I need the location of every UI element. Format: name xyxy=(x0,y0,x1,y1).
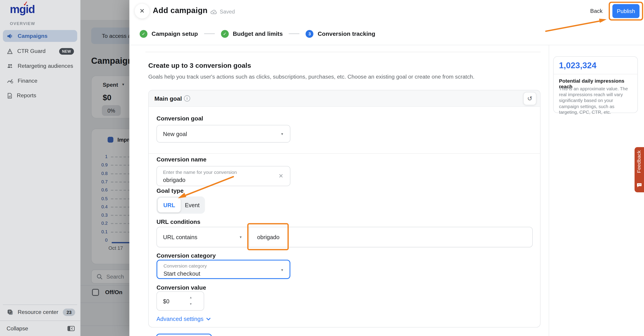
url-value-annotation-box xyxy=(247,223,288,250)
y-tick: 0.3 xyxy=(93,212,108,217)
spent-metric-selector[interactable]: Spent xyxy=(103,82,118,88)
collapse-icon xyxy=(67,326,75,331)
collapse-button[interactable]: Collapse xyxy=(0,320,80,336)
advanced-settings-label: Advanced settings xyxy=(156,315,204,322)
y-tick: 0.9 xyxy=(93,162,108,167)
conversion-goal-value: New goal xyxy=(163,131,187,137)
reset-icon: ↺ xyxy=(527,95,532,102)
sidebar-item-retargeting-audiences[interactable]: Retargeting audiences xyxy=(3,60,77,72)
sidebar-item-ctr-guard[interactable]: CTR Guard NEW xyxy=(3,45,77,57)
url-condition-row: URL contains ▼ obrigado xyxy=(156,227,532,247)
spinner-up-icon[interactable]: ▲ xyxy=(189,296,192,299)
chevron-down-icon: ▼ xyxy=(280,132,284,136)
y-tick: 0.6 xyxy=(93,187,108,192)
y-tick: 0.4 xyxy=(93,204,108,209)
step-connector xyxy=(204,33,214,34)
cloud-saved-icon xyxy=(210,9,217,15)
svg-text:?: ? xyxy=(9,310,10,313)
sidebar-item-campaigns[interactable]: Campaigns xyxy=(3,30,77,42)
panel-divider xyxy=(149,153,540,154)
feedback-label: Feedback xyxy=(636,150,642,173)
mgid-logo[interactable]: mgid xyxy=(10,4,35,16)
sidebar-item-reports[interactable]: Reports xyxy=(3,90,77,102)
section-subtitle: Goals help you track user's actions such… xyxy=(148,74,474,80)
publish-annotation-box xyxy=(609,2,643,21)
advanced-settings-link[interactable]: Advanced settings xyxy=(156,315,211,322)
conversion-name-input[interactable]: Enter the name for your conversion obrig… xyxy=(156,166,290,186)
chevron-down-icon: ▼ xyxy=(122,83,125,86)
goal-type-segmented-control: URL Event xyxy=(156,196,205,214)
conversion-goal-label: Conversion goal xyxy=(156,115,203,122)
main-goal-panel: Main goal i ↺ Conversion goal New goal ▼… xyxy=(148,90,541,328)
stage: mgid ✓ OVERVIEW Campaigns CTR Guard NEW … xyxy=(0,0,644,336)
clear-icon[interactable]: ✕ xyxy=(279,173,284,179)
spent-percent-badge: 0% xyxy=(102,105,121,116)
close-button[interactable]: ✕ xyxy=(134,4,150,19)
y-tick: 0 xyxy=(93,238,108,242)
back-button[interactable]: Back xyxy=(590,8,602,14)
add-goal-button[interactable] xyxy=(156,334,212,336)
sidebar: mgid ✓ OVERVIEW Campaigns CTR Guard NEW … xyxy=(0,0,80,336)
main-goal-header xyxy=(149,90,540,107)
step-conversion-tracking[interactable]: Conversion tracking xyxy=(318,31,375,37)
select-all-checkbox[interactable] xyxy=(92,289,99,296)
modal-title: Add campaign xyxy=(153,6,208,15)
sidebar-item-label: Reports xyxy=(17,93,36,99)
section-title: Create up to 3 conversion goals xyxy=(148,62,251,70)
chevron-down-icon: ▼ xyxy=(239,236,242,239)
sidebar-item-label: Finance xyxy=(18,78,37,84)
goal-type-url-button[interactable]: URL xyxy=(158,198,181,213)
finance-icon xyxy=(7,78,13,84)
conversion-category-value: Start checkout xyxy=(164,270,200,277)
sidebar-item-label: Retargeting audiences xyxy=(18,63,73,69)
search-placeholder: Search xyxy=(106,273,124,279)
search-icon xyxy=(96,273,103,279)
y-tick: 0.8 xyxy=(93,171,108,176)
conversion-name-placeholder: Enter the name for your conversion xyxy=(163,170,237,175)
saved-status: Saved xyxy=(210,9,235,15)
spinner-down-icon[interactable]: ▼ xyxy=(189,302,192,305)
conversion-category-select[interactable]: Conversion category Start checkout ▼ xyxy=(156,260,290,279)
feedback-chat-icon xyxy=(636,182,642,189)
step-number-badge: 3 xyxy=(306,30,314,38)
conversion-value-stepper[interactable]: $0 ▲ ▼ xyxy=(156,291,204,311)
reach-divider xyxy=(554,74,638,74)
count-badge: 23 xyxy=(63,308,75,316)
url-operator-select[interactable]: URL contains xyxy=(163,234,197,240)
sidebar-divider xyxy=(3,304,77,305)
conversion-value: $0 xyxy=(163,298,169,304)
main-goal-title: Main goal xyxy=(154,95,182,102)
reports-icon xyxy=(7,93,12,98)
spent-value: $0 xyxy=(103,93,112,102)
reach-value: 1,023,324 xyxy=(559,60,596,70)
help-icon: ? xyxy=(7,309,13,315)
y-tick: 0.7 xyxy=(93,179,108,184)
conversion-category-label: Conversion category xyxy=(156,252,216,259)
step-campaign-setup[interactable]: Campaign setup xyxy=(152,31,198,37)
offon-column-header[interactable]: Off/On xyxy=(105,289,122,295)
reset-goal-button[interactable]: ↺ xyxy=(523,92,536,105)
step-done-icon: ✓ xyxy=(221,30,229,38)
step-connector xyxy=(289,33,300,34)
ctr-guard-icon xyxy=(7,48,13,54)
legend-swatch xyxy=(108,137,114,143)
url-conditions-label: URL conditions xyxy=(156,219,200,225)
x-axis-label: Oct 17 xyxy=(108,245,123,251)
conversion-goal-select[interactable]: New goal ▼ xyxy=(156,125,290,143)
saved-label: Saved xyxy=(220,9,235,15)
sidebar-item-finance[interactable]: Finance xyxy=(3,75,77,87)
y-tick: 0.2 xyxy=(93,221,108,226)
step-budget-and-limits[interactable]: Budget and limits xyxy=(233,31,283,37)
info-icon[interactable]: i xyxy=(184,95,190,101)
audiences-icon xyxy=(7,63,13,69)
sidebar-item-label: Resource center xyxy=(18,309,58,315)
sidebar-item-resource-center[interactable]: ? Resource center 23 xyxy=(3,306,77,318)
y-tick: 0.5 xyxy=(93,196,108,201)
sidebar-item-label: CTR Guard xyxy=(17,48,46,54)
reach-description: This is an approximate value. The real i… xyxy=(559,86,634,115)
step-done-icon: ✓ xyxy=(140,30,148,38)
goal-type-event-button[interactable]: Event xyxy=(181,198,204,213)
feedback-tab[interactable]: Feedback xyxy=(634,147,644,192)
conversion-category-floating-label: Conversion category xyxy=(164,263,207,268)
form-divider xyxy=(146,52,540,52)
